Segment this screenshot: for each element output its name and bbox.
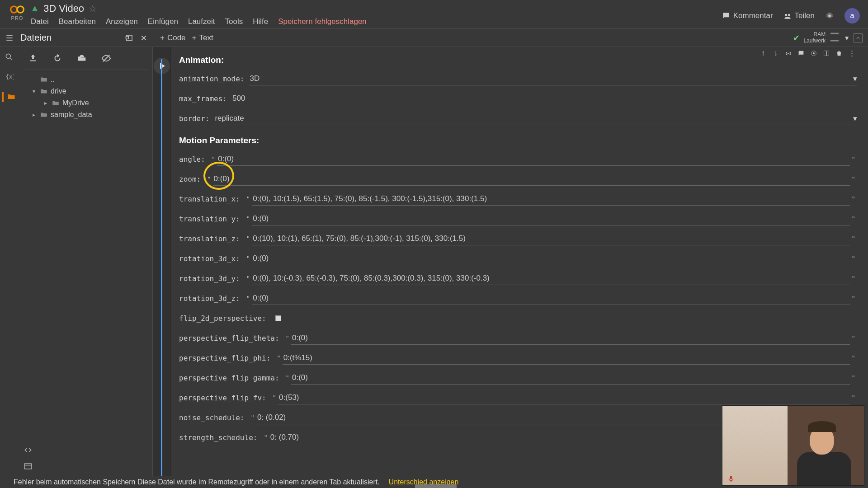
mount-drive-icon[interactable] bbox=[77, 53, 88, 64]
perspective-flip-fv-input[interactable]: 0:(53) bbox=[278, 391, 849, 404]
translation-x-value: 0:(0), 10:(1.5), 65:(1.5), 75:(0), 85:(-… bbox=[253, 194, 487, 203]
chevron-up-icon[interactable] bbox=[854, 33, 863, 42]
rotation-3d-y-value: 0:(0), 10:(-0.3), 65:(-0.3), 75:(0), 85:… bbox=[253, 274, 489, 282]
noise-schedule-label: noise_schedule: bbox=[179, 413, 249, 422]
menu-bearbeiten[interactable]: Bearbeiten bbox=[59, 17, 96, 26]
menu-hilfe[interactable]: Hilfe bbox=[253, 17, 268, 26]
new-window-icon[interactable] bbox=[124, 33, 135, 43]
top-right-controls: Kommentar Teilen a bbox=[722, 3, 863, 23]
quote-close: " bbox=[850, 275, 857, 282]
quote-close: " bbox=[850, 354, 857, 361]
scrollbar-horizontal[interactable] bbox=[415, 484, 457, 488]
doc-title[interactable]: 3D Video bbox=[43, 3, 84, 14]
animation-section-title: Animation: bbox=[179, 55, 857, 65]
translation-x-input[interactable]: 0:(0), 10:(1.5), 65:(1.5), 75:(0), 85:(-… bbox=[252, 192, 849, 206]
refresh-icon[interactable] bbox=[52, 53, 63, 64]
max-frames-label: max_frames: bbox=[179, 94, 231, 103]
mirror-icon[interactable] bbox=[822, 49, 831, 58]
sub-bar: Dateien +Code +Text ✔ RAM Laufwerk ▼ bbox=[0, 29, 868, 47]
star-icon[interactable]: ☆ bbox=[89, 3, 97, 14]
quote-open: " bbox=[245, 255, 252, 262]
field-perspective-flip-fv: perspective_flip_fv: " 0:(53) " bbox=[179, 388, 857, 408]
hamburger-icon[interactable] bbox=[0, 29, 19, 47]
close-panel-icon[interactable] bbox=[138, 33, 149, 43]
avatar[interactable]: a bbox=[844, 8, 860, 23]
upload-icon[interactable] bbox=[28, 53, 39, 64]
menu-einfuegen[interactable]: Einfügen bbox=[148, 17, 178, 26]
menu-tools[interactable]: Tools bbox=[225, 17, 243, 26]
flip-2d-perspective-label: flip_2d_perspective: bbox=[179, 314, 271, 323]
delete-icon[interactable] bbox=[835, 49, 844, 58]
files-panel-title: Dateien bbox=[20, 33, 52, 43]
border-value: replicate bbox=[215, 114, 244, 122]
quote-close: " bbox=[850, 334, 857, 342]
tree-item-drive[interactable]: ▾ drive bbox=[24, 85, 148, 97]
perspective-flip-fv-value: 0:(53) bbox=[279, 393, 299, 402]
menu-datei[interactable]: Datei bbox=[31, 17, 49, 26]
noise-schedule-value: 0: (0.02) bbox=[257, 413, 286, 422]
move-down-icon[interactable]: ↓ bbox=[771, 49, 780, 58]
tree-item-mydrive[interactable]: ▸ MyDrive bbox=[24, 97, 148, 109]
quote-open: " bbox=[249, 414, 256, 421]
folder-icon bbox=[52, 99, 60, 107]
visibility-off-icon[interactable] bbox=[101, 53, 112, 64]
terminal-icon[interactable] bbox=[24, 462, 33, 472]
field-border: border: replicate ▾ bbox=[179, 108, 857, 128]
translation-z-input[interactable]: 0:(10), 10:(1), 65:(1), 75:(0), 85:(-1),… bbox=[252, 232, 849, 245]
microphone-icon bbox=[727, 474, 735, 483]
braces-icon[interactable]: {x} bbox=[5, 72, 14, 82]
files-sidebar: .. ▾ drive ▸ MyDrive ▸ sample_data bbox=[19, 47, 153, 476]
animation-mode-value: 3D bbox=[250, 74, 260, 83]
quote-close: " bbox=[850, 374, 857, 381]
border-select[interactable]: replicate ▾ bbox=[214, 112, 857, 125]
save-error-text: Speichern fehlgeschlagen bbox=[278, 17, 367, 26]
add-text-button[interactable]: +Text bbox=[192, 33, 213, 42]
chevron-down-icon: ▾ bbox=[853, 74, 857, 84]
chevron-right-icon: ▸ bbox=[33, 112, 37, 118]
avatar-letter: a bbox=[850, 12, 854, 20]
field-rotation-3d-x: rotation_3d_x: " 0:(0) " bbox=[179, 249, 857, 268]
rotation-3d-y-input[interactable]: 0:(0), 10:(-0.3), 65:(-0.3), 75:(0), 85:… bbox=[252, 272, 849, 285]
perspective-flip-phi-input[interactable]: 0:(t%15) bbox=[283, 352, 850, 365]
more-icon[interactable]: ⋮ bbox=[847, 49, 856, 58]
move-up-icon[interactable]: ↑ bbox=[759, 49, 768, 58]
tree-up[interactable]: .. bbox=[24, 74, 148, 85]
edit-icon[interactable] bbox=[809, 49, 818, 58]
angle-value: 0:(0) bbox=[218, 155, 234, 163]
comment-icon[interactable] bbox=[797, 49, 806, 58]
menu-anzeigen[interactable]: Anzeigen bbox=[106, 17, 138, 26]
link-icon[interactable] bbox=[784, 49, 793, 58]
quote-close: " bbox=[850, 175, 857, 183]
kommentar-button[interactable]: Kommentar bbox=[722, 11, 773, 20]
translation-y-input[interactable]: 0:(0) bbox=[252, 212, 849, 225]
max-frames-input[interactable]: 500 bbox=[231, 92, 857, 105]
field-rotation-3d-z: rotation_3d_z: " 0:(0) " bbox=[179, 288, 857, 308]
tree-item-sample-data[interactable]: ▸ sample_data bbox=[24, 109, 148, 121]
perspective-flip-theta-input[interactable]: 0:(0) bbox=[291, 332, 850, 345]
add-code-button[interactable]: +Code bbox=[160, 33, 186, 42]
zoom-label: zoom: bbox=[179, 175, 205, 183]
svg-text:{x}: {x} bbox=[6, 73, 14, 80]
status-disk-label: Laufwerk bbox=[803, 38, 826, 44]
zoom-input[interactable]: 0:(0) bbox=[213, 173, 850, 186]
perspective-flip-gamma-input[interactable]: 0:(0) bbox=[291, 371, 850, 385]
animation-mode-select[interactable]: 3D ▾ bbox=[249, 72, 858, 85]
svg-point-5 bbox=[788, 14, 790, 16]
runtime-status[interactable]: ✔ RAM Laufwerk ▼ bbox=[793, 32, 868, 44]
rotation-3d-z-input[interactable]: 0:(0) bbox=[252, 292, 849, 305]
search-icon[interactable] bbox=[5, 52, 14, 62]
angle-input[interactable]: 0:(0) bbox=[217, 153, 849, 166]
teilen-button[interactable]: Teilen bbox=[783, 11, 815, 20]
menu-laufzeit[interactable]: Laufzeit bbox=[188, 17, 215, 26]
svg-rect-14 bbox=[30, 61, 36, 61]
chevron-down-icon[interactable]: ▼ bbox=[844, 34, 850, 42]
gear-icon[interactable] bbox=[825, 11, 835, 21]
folder-icon[interactable] bbox=[2, 92, 12, 102]
flip-2d-perspective-checkbox[interactable] bbox=[275, 315, 281, 321]
chevron-down-icon: ▾ bbox=[853, 114, 857, 123]
status-ram-label: RAM bbox=[813, 32, 826, 38]
tree-item-label: sample_data bbox=[51, 111, 92, 119]
webcam-overlay bbox=[722, 405, 864, 486]
code-snippet-icon[interactable] bbox=[24, 446, 33, 455]
rotation-3d-x-input[interactable]: 0:(0) bbox=[252, 252, 849, 265]
